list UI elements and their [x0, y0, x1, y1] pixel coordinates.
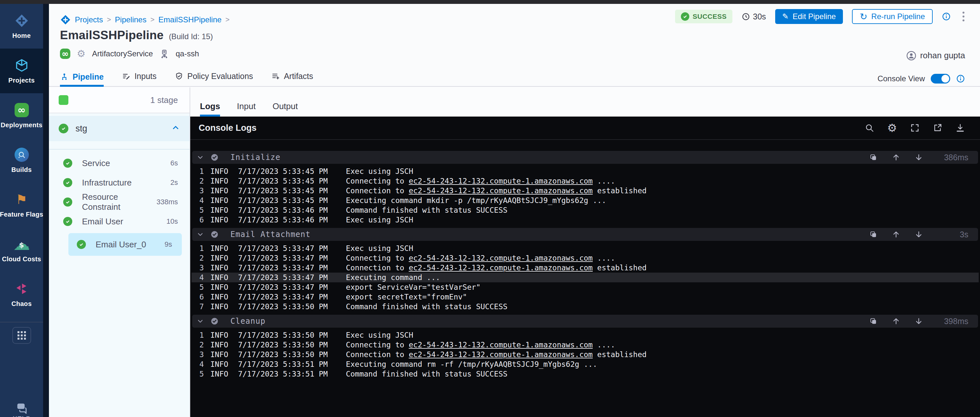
module-grid-button[interactable] — [12, 327, 31, 344]
step-resource-constraint[interactable]: Resource Constraint338ms — [49, 192, 189, 212]
console-toolbar: ⚙ — [865, 123, 965, 133]
log-tab-logs[interactable]: Logs — [200, 101, 220, 117]
line-level: INFO — [210, 350, 228, 359]
log-section-header[interactable]: Email Attachment3s — [192, 228, 978, 241]
arrow-up-icon[interactable] — [892, 317, 900, 325]
infra-tag[interactable]: qa-ssh — [176, 49, 199, 58]
breadcrumb-link-projects[interactable]: Projects — [75, 15, 103, 24]
step-email-user_0[interactable]: Email User_09s — [68, 233, 182, 256]
line-level: INFO — [210, 254, 228, 262]
log-line: 2INFO7/17/2023 5:33:50 PMConnecting to e… — [191, 340, 979, 350]
tab-artifacts[interactable]: Artifacts — [271, 71, 313, 86]
edit-pipeline-button[interactable]: ✎ Edit Pipeline — [775, 9, 843, 24]
log-line: 4INFO7/17/2023 5:33:51 PMExecuting comma… — [191, 359, 979, 369]
sidebar-item-home[interactable]: Home — [0, 4, 43, 49]
step-duration: 338ms — [156, 198, 178, 206]
infrastructure-icon — [159, 49, 169, 59]
line-message: Executing command ... — [346, 273, 440, 282]
copy-icon[interactable] — [869, 230, 878, 239]
main-area: Projects>Pipelines>EmailSSHPipeline> SUC… — [49, 4, 980, 417]
host-link[interactable]: ec2-54-243-12-132.compute-1.amazonaws.co… — [409, 177, 593, 185]
line-message: Connection to ec2-54-243-12-132.compute-… — [346, 187, 646, 195]
breadcrumb-link-pipelines[interactable]: Pipelines — [115, 15, 146, 24]
download-icon[interactable] — [955, 123, 965, 133]
sidebar-item-feature-flags[interactable]: ⚑Feature Flags — [0, 182, 43, 227]
host-link[interactable]: ec2-54-243-12-132.compute-1.amazonaws.co… — [409, 254, 593, 262]
log-line: 4INFO7/17/2023 5:33:47 PMExecuting comma… — [191, 273, 979, 282]
tab-pipeline[interactable]: Pipeline — [60, 72, 104, 87]
search-icon[interactable] — [865, 123, 874, 133]
gear-icon: ⚙ — [77, 49, 86, 59]
settings-icon[interactable]: ⚙ — [887, 123, 897, 133]
step-name: Service — [82, 158, 161, 168]
step-list: Service6sInfrastructure2sResource Constr… — [49, 154, 189, 256]
arrow-down-icon[interactable] — [915, 153, 923, 162]
host-link[interactable]: ec2-54-243-12-132.compute-1.amazonaws.co… — [409, 187, 593, 195]
sidebar-item-builds[interactable]: Builds — [0, 138, 43, 182]
line-message: export ServiceVar="testVarSer" — [346, 283, 480, 292]
stage-row-stg[interactable]: stg — [49, 116, 189, 141]
line-timestamp: 7/17/2023 5:33:50 PM — [238, 350, 328, 359]
help-button[interactable]: ? HELP — [0, 402, 43, 417]
line-timestamp: 7/17/2023 5:33:50 PM — [238, 341, 328, 349]
host-link[interactable]: ec2-54-243-12-132.compute-1.amazonaws.co… — [409, 263, 593, 272]
host-link[interactable]: ec2-54-243-12-132.compute-1.amazonaws.co… — [409, 341, 593, 349]
rerun-info-icon[interactable] — [942, 12, 951, 21]
log-section-header[interactable]: Initialize386ms — [192, 151, 978, 164]
log-line: 3INFO7/17/2023 5:33:47 PMConnection to e… — [191, 263, 979, 273]
screen: HomeProjects∞DeploymentsBuilds⚑Feature F… — [0, 0, 980, 417]
fullscreen-icon[interactable] — [910, 123, 920, 133]
line-message: Exec using JSCH — [346, 331, 413, 339]
step-duration: 6s — [170, 159, 178, 167]
log-panel: LogsInputOutput Console Logs ⚙ Initializ… — [190, 87, 980, 417]
step-success-icon — [63, 198, 72, 206]
chevron-down-icon[interactable] — [197, 231, 204, 238]
line-number: 6 — [196, 216, 204, 224]
log-section-initialize: Initialize386ms1INFO7/17/2023 5:33:45 PM… — [191, 151, 979, 228]
breadcrumb-link-emailsshpipeline[interactable]: EmailSSHPipeline — [159, 15, 222, 24]
rerun-pipeline-button[interactable]: ↻ Re-run Pipeline — [852, 9, 933, 24]
console-view-label: Console View — [878, 74, 925, 83]
pipeline-duration: 30s — [741, 12, 766, 21]
message-text: .... — [593, 177, 615, 185]
arrow-down-icon[interactable] — [915, 317, 923, 325]
log-section-cleanup: Cleanup398ms1INFO7/17/2023 5:33:50 PMExe… — [191, 315, 979, 382]
line-level: INFO — [210, 331, 228, 339]
more-options-menu[interactable] — [960, 10, 967, 23]
tab-inputs[interactable]: Inputs — [122, 71, 156, 86]
copy-icon[interactable] — [869, 317, 878, 325]
open-new-icon[interactable] — [933, 123, 942, 133]
console-view-info-icon[interactable] — [956, 74, 965, 83]
chevron-up-icon[interactable] — [172, 124, 180, 133]
console-view-control: Console View — [878, 74, 965, 84]
line-number: 3 — [196, 263, 204, 272]
message-text: Connecting to — [346, 341, 409, 349]
chevron-down-icon[interactable] — [197, 318, 204, 325]
step-infrastructure[interactable]: Infrastructure2s — [49, 173, 189, 192]
log-line: 2INFO7/17/2023 5:33:47 PMConnecting to e… — [191, 253, 979, 263]
copy-icon[interactable] — [869, 153, 878, 162]
step-email-user[interactable]: Email User10s — [49, 212, 189, 231]
sidebar-item-deployments[interactable]: ∞Deployments — [0, 93, 43, 138]
log-section-header[interactable]: Cleanup398ms — [192, 315, 978, 328]
inputs-icon — [122, 72, 130, 81]
message-text: Executing command mkdir -p /tmp/rKyAAQBt… — [346, 196, 606, 205]
log-tab-output[interactable]: Output — [272, 101, 298, 117]
step-service[interactable]: Service6s — [49, 154, 189, 173]
host-link[interactable]: ec2-54-243-12-132.compute-1.amazonaws.co… — [409, 350, 593, 359]
line-timestamp: 7/17/2023 5:33:47 PM — [238, 273, 328, 282]
chevron-down-icon[interactable] — [197, 154, 204, 161]
section-name: Initialize — [231, 153, 281, 162]
sidebar-item-chaos[interactable]: Chaos — [0, 272, 43, 317]
console-view-toggle[interactable] — [931, 74, 950, 84]
sidebar-item-projects[interactable]: Projects — [0, 49, 43, 93]
arrow-down-icon[interactable] — [915, 230, 923, 239]
sidebar-item-cloud-costs[interactable]: ☁$Cloud Costs — [0, 227, 43, 272]
service-tag[interactable]: ArtifactoryService — [92, 49, 153, 58]
tab-policy-evaluations[interactable]: Policy Evaluations — [175, 71, 253, 86]
arrow-up-icon[interactable] — [892, 230, 900, 239]
message-text: Exec using JSCH — [346, 216, 413, 224]
arrow-up-icon[interactable] — [892, 153, 900, 162]
line-message: Connecting to ec2-54-243-12-132.compute-… — [346, 341, 615, 349]
log-tab-input[interactable]: Input — [237, 101, 256, 117]
